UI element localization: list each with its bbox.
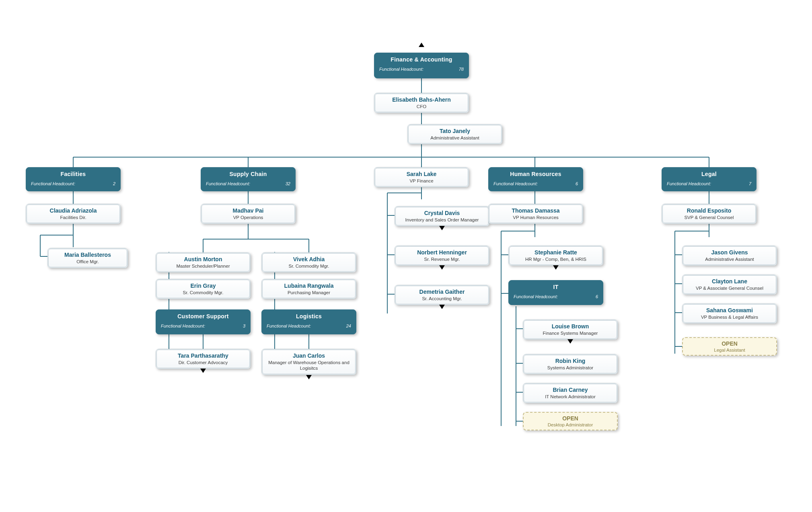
person-role: Manager of Warehouse Operations and Logi… (267, 360, 351, 371)
person-role: Master Scheduler/Planner (161, 263, 245, 269)
person-role: Systems Administrator (528, 365, 613, 371)
open-role: Desktop Administrator (528, 422, 613, 427)
person-name: Norbert Henninger (400, 249, 484, 256)
person-name: Juan Carlos (267, 352, 351, 359)
person-name: Robin King (528, 358, 613, 364)
dept-customer-support[interactable]: Customer Support Functional Headcount: 3 (156, 309, 251, 334)
person-role: VP Finance (379, 178, 464, 184)
person-role: Sr. Revenue Mgr. (400, 256, 484, 262)
headcount-label: Functional Headcount: (161, 324, 205, 328)
dept-facilities[interactable]: Facilities Functional Headcount: 2 (26, 167, 121, 191)
person-assoc-counsel[interactable]: Clayton Lane VP & Associate General Coun… (682, 274, 777, 295)
person-vp-finance[interactable]: Sarah Lake VP Finance (374, 167, 469, 187)
person-vp-hr[interactable]: Thomas Damassa VP Human Resources (488, 204, 583, 224)
dept-human-resources[interactable]: Human Resources Functional Headcount: 6 (488, 167, 583, 191)
person-role: Sr. Commodity Mgr. (267, 263, 351, 269)
open-label: OPEN (528, 415, 613, 422)
headcount-value: 32 (286, 181, 290, 186)
person-admin-assistant[interactable]: Tato Janely Administrative Assistant (407, 124, 502, 144)
person-role: SVP & General Counsel (667, 215, 751, 220)
person-name: Lubaina Rangwala (267, 283, 351, 289)
person-hr-mgr[interactable]: Stephanie Ratte HR Mgr - Comp, Ben, & HR… (508, 246, 603, 266)
person-role: Office Mgr. (53, 259, 123, 264)
person-biz-legal[interactable]: Sahana Goswami VP Business & Legal Affai… (682, 303, 777, 324)
person-vp-ops[interactable]: Madhav Pai VP Operations (201, 204, 296, 224)
headcount-value: 3 (243, 324, 245, 328)
person-dir-customer-advocacy[interactable]: Tara Parthasarathy Dir. Customer Advocac… (156, 349, 251, 369)
person-name: Maria Ballesteros (53, 252, 123, 258)
person-role: Facilities Dir. (31, 215, 115, 220)
person-role: VP & Associate General Counsel (687, 285, 772, 291)
person-office-mgr[interactable]: Maria Ballesteros Office Mgr. (47, 248, 128, 268)
down-arrow-icon (439, 226, 445, 230)
dept-logistics[interactable]: Logistics Functional Headcount: 24 (261, 309, 356, 334)
headcount-value: 2 (113, 181, 115, 186)
dept-title: Human Resources (493, 171, 578, 177)
person-name: Crystal Davis (400, 210, 484, 216)
headcount-value: 6 (596, 294, 598, 299)
person-warehouse-ops-mgr[interactable]: Juan Carlos Manager of Warehouse Operati… (261, 349, 356, 375)
person-name: Claudia Adriazola (31, 207, 115, 214)
dept-title: IT (514, 284, 598, 290)
person-name: Sahana Goswami (687, 307, 772, 313)
person-name: Vivek Adhia (267, 256, 351, 262)
person-name: Clayton Lane (687, 278, 772, 285)
person-name: Austin Morton (161, 256, 245, 262)
person-name: Tara Parthasarathy (161, 352, 245, 359)
open-role: Legal Assistant (687, 348, 772, 352)
person-name: Brian Carney (528, 387, 613, 393)
person-name: Madhav Pai (206, 207, 290, 214)
person-role: Inventory and Sales Order Manager (400, 217, 484, 223)
person-name: Stephanie Ratte (514, 249, 598, 256)
person-sr-revenue-mgr[interactable]: Norbert Henninger Sr. Revenue Mgr. (395, 246, 489, 266)
person-commodity-mgr-1[interactable]: Erin Gray Sr. Commodity Mgr. (156, 279, 251, 299)
down-arrow-icon (567, 339, 573, 344)
open-legal-assistant[interactable]: OPEN Legal Assistant (682, 337, 777, 356)
person-name: Jason Givens (687, 249, 772, 256)
person-name: Tato Janely (413, 128, 497, 134)
headcount-label: Functional Headcount: (31, 181, 75, 186)
person-role: HR Mgr - Comp, Ben, & HRIS (514, 256, 598, 262)
dept-title: Supply Chain (206, 171, 290, 177)
dept-title: Finance & Accounting (379, 56, 464, 63)
person-name: Demetria Gaither (400, 289, 484, 295)
person-role: Sr. Accounting Mgr. (400, 296, 484, 301)
person-inventory-sales-mgr[interactable]: Crystal Davis Inventory and Sales Order … (395, 206, 489, 226)
person-name: Ronald Esposito (667, 207, 751, 214)
headcount-value: 24 (346, 324, 351, 328)
dept-legal[interactable]: Legal Functional Headcount: 7 (662, 167, 756, 191)
down-arrow-icon (553, 265, 559, 270)
person-finance-systems-mgr[interactable]: Louise Brown Finance Systems Manager (523, 319, 618, 340)
dept-supply-chain[interactable]: Supply Chain Functional Headcount: 32 (201, 167, 296, 191)
person-purchasing-mgr[interactable]: Lubaina Rangwala Purchasing Manager (261, 279, 356, 299)
headcount-label: Functional Headcount: (267, 324, 311, 328)
open-desktop-admin[interactable]: OPEN Desktop Administrator (523, 412, 618, 430)
person-sys-admin[interactable]: Robin King Systems Administrator (523, 354, 618, 374)
person-cfo[interactable]: Elisabeth Bahs-Ahern CFO (374, 93, 469, 113)
headcount-label: Functional Headcount: (206, 181, 250, 186)
person-net-admin[interactable]: Brian Carney IT Network Administrator (523, 383, 618, 403)
person-role: Finance Systems Manager (528, 330, 613, 336)
person-commodity-mgr-2[interactable]: Vivek Adhia Sr. Commodity Mgr. (261, 252, 356, 272)
org-chart-canvas: Finance & Accounting Functional Headcoun… (0, 0, 812, 512)
dept-title: Legal (667, 171, 751, 177)
person-sr-accounting-mgr[interactable]: Demetria Gaither Sr. Accounting Mgr. (395, 285, 489, 305)
dept-finance-accounting[interactable]: Finance & Accounting Functional Headcoun… (374, 53, 469, 78)
person-role: Administrative Assistant (687, 256, 772, 262)
person-role: VP Human Resources (493, 215, 578, 220)
headcount-label: Functional Headcount: (493, 181, 538, 186)
person-name: Erin Gray (161, 283, 245, 289)
person-role: VP Business & Legal Affairs (687, 314, 772, 320)
person-master-scheduler[interactable]: Austin Morton Master Scheduler/Planner (156, 252, 251, 272)
person-role: IT Network Administrator (528, 394, 613, 399)
person-svp-counsel[interactable]: Ronald Esposito SVP & General Counsel (662, 204, 756, 224)
headcount-value: 78 (459, 67, 464, 72)
person-legal-admin[interactable]: Jason Givens Administrative Assistant (682, 246, 777, 266)
person-facilities-dir[interactable]: Claudia Adriazola Facilities Dir. (26, 204, 121, 224)
headcount-value: 7 (749, 181, 751, 186)
down-arrow-icon (306, 375, 312, 379)
headcount-label: Functional Headcount: (514, 294, 558, 299)
dept-it[interactable]: IT Functional Headcount: 6 (508, 280, 603, 305)
headcount-label: Functional Headcount: (667, 181, 711, 186)
person-role: Sr. Commodity Mgr. (161, 290, 245, 295)
